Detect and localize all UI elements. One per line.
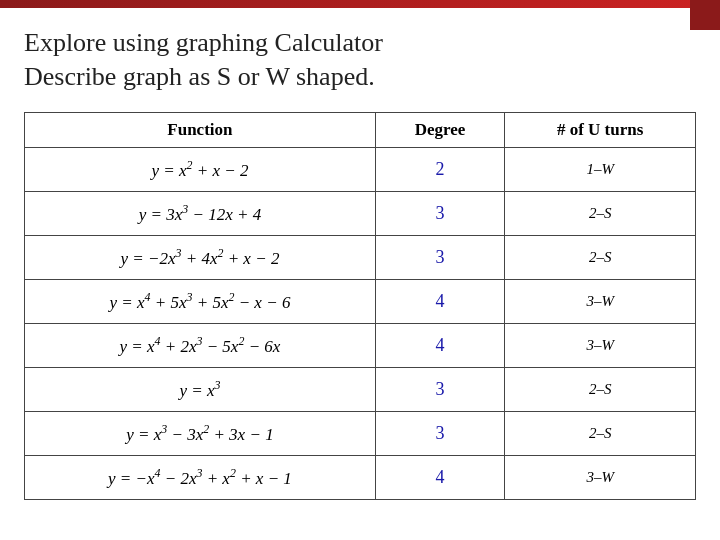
col-header-turns: # of U turns bbox=[505, 112, 696, 147]
table-row: y = x4 + 5x3 + 5x2 − x − 643–W bbox=[25, 279, 696, 323]
function-cell: y = x3 bbox=[25, 367, 376, 411]
degree-cell: 3 bbox=[375, 235, 504, 279]
col-header-degree: Degree bbox=[375, 112, 504, 147]
degree-cell: 4 bbox=[375, 279, 504, 323]
turns-cell: 2–S bbox=[505, 411, 696, 455]
degree-cell: 3 bbox=[375, 367, 504, 411]
turns-cell: 3–W bbox=[505, 323, 696, 367]
turns-cell: 3–W bbox=[505, 279, 696, 323]
function-cell: y = −2x3 + 4x2 + x − 2 bbox=[25, 235, 376, 279]
table-row: y = x4 + 2x3 − 5x2 − 6x43–W bbox=[25, 323, 696, 367]
turns-cell: 2–S bbox=[505, 235, 696, 279]
degree-cell: 2 bbox=[375, 147, 504, 191]
table-row: y = −x4 − 2x3 + x2 + x − 143–W bbox=[25, 455, 696, 499]
function-cell: y = x2 + x − 2 bbox=[25, 147, 376, 191]
table-row: y = x3 − 3x2 + 3x − 132–S bbox=[25, 411, 696, 455]
table-row: y = −2x3 + 4x2 + x − 232–S bbox=[25, 235, 696, 279]
table-row: y = x332–S bbox=[25, 367, 696, 411]
page-title: Explore using graphing Calculator Descri… bbox=[24, 26, 696, 94]
turns-cell: 2–S bbox=[505, 191, 696, 235]
main-table: Function Degree # of U turns y = x2 + x … bbox=[24, 112, 696, 500]
turns-cell: 2–S bbox=[505, 367, 696, 411]
table-row: y = 3x3 − 12x + 432–S bbox=[25, 191, 696, 235]
top-bar bbox=[0, 0, 720, 8]
function-cell: y = x4 + 2x3 − 5x2 − 6x bbox=[25, 323, 376, 367]
degree-cell: 3 bbox=[375, 191, 504, 235]
function-cell: y = −x4 − 2x3 + x2 + x − 1 bbox=[25, 455, 376, 499]
function-cell: y = 3x3 − 12x + 4 bbox=[25, 191, 376, 235]
turns-cell: 1–W bbox=[505, 147, 696, 191]
col-header-function: Function bbox=[25, 112, 376, 147]
degree-cell: 4 bbox=[375, 455, 504, 499]
degree-cell: 4 bbox=[375, 323, 504, 367]
turns-cell: 3–W bbox=[505, 455, 696, 499]
red-square bbox=[690, 0, 720, 30]
table-row: y = x2 + x − 221–W bbox=[25, 147, 696, 191]
function-cell: y = x4 + 5x3 + 5x2 − x − 6 bbox=[25, 279, 376, 323]
degree-cell: 3 bbox=[375, 411, 504, 455]
function-cell: y = x3 − 3x2 + 3x − 1 bbox=[25, 411, 376, 455]
